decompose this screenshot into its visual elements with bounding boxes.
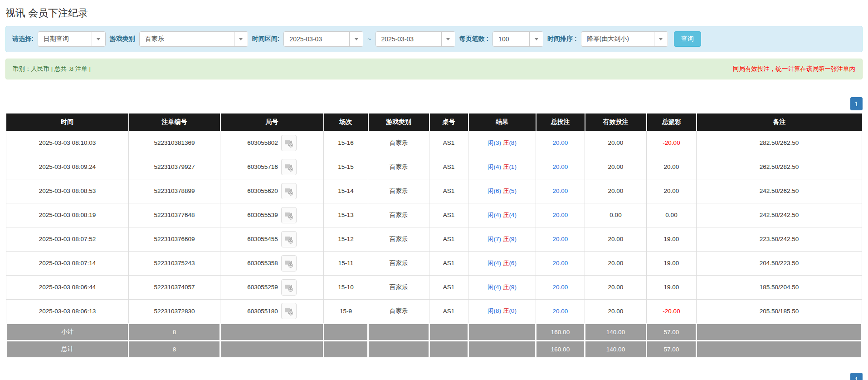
- total-row: 总计8160.00140.0057.00: [6, 341, 862, 358]
- subtotal-row-game-type-cell: [368, 323, 429, 341]
- table-row: 2025-03-03 08:10:03522310381369603055802…: [6, 131, 862, 155]
- game-type-select[interactable]: 百家乐: [139, 31, 248, 47]
- total-row-total-bet-cell: 160.00: [536, 341, 585, 358]
- video-replay-button[interactable]: [281, 135, 297, 151]
- query-type-select[interactable]: 日期查询: [38, 31, 106, 47]
- pagination-top: 1: [5, 97, 863, 110]
- round-number: 603055802: [247, 139, 278, 146]
- round-cell: 603055802: [220, 131, 324, 155]
- table-row: 2025-03-03 08:06:44522310374057603055259…: [6, 275, 862, 299]
- chevron-down-icon[interactable]: [654, 32, 668, 46]
- total-bet-link[interactable]: 20.00: [553, 308, 568, 315]
- round-number: 603055180: [247, 308, 278, 315]
- valid-bet-notice-text: 同局有效投注，统一计算在该局第一张注单内: [733, 65, 855, 73]
- game-type-cell: 百家乐: [368, 299, 429, 323]
- date-range-tilde: ~: [367, 35, 371, 43]
- table-row: 2025-03-03 08:06:13522310372830603055180…: [6, 299, 862, 323]
- total-row-game-type-cell: [368, 341, 429, 358]
- valid-bet-cell: 20.00: [585, 251, 647, 275]
- page-1-button-bottom[interactable]: 1: [850, 373, 863, 380]
- pagination-bottom: 1: [850, 373, 863, 380]
- video-replay-button[interactable]: [281, 255, 297, 271]
- note-cell: 242.50/242.50: [697, 203, 862, 227]
- table-number-cell: AS1: [429, 155, 468, 179]
- total-bet-link[interactable]: 20.00: [553, 139, 568, 146]
- bet-id-cell: 522310377648: [129, 203, 220, 227]
- valid-bet-cell: 20.00: [585, 155, 647, 179]
- subtotal-row-table-number-cell: [429, 323, 468, 341]
- payout-cell: 19.00: [647, 275, 697, 299]
- page-1-button[interactable]: 1: [850, 97, 863, 110]
- game-type-label: 游戏类别: [110, 35, 135, 43]
- total-bet-link[interactable]: 20.00: [553, 236, 568, 242]
- per-page-value: 100: [493, 32, 529, 46]
- round-number: 603055620: [247, 188, 278, 194]
- result-banker: 庄: [503, 212, 509, 218]
- total-bet-link[interactable]: 20.00: [553, 188, 568, 194]
- currency-summary-text: 币别：人民币 | 总共 :8 注单 |: [13, 65, 91, 73]
- payout-cell: 19.00: [647, 251, 697, 275]
- date-from-input[interactable]: 2025-03-03: [283, 31, 363, 47]
- video-replay-button[interactable]: [281, 159, 297, 175]
- chevron-down-icon[interactable]: [529, 32, 543, 46]
- per-page-select[interactable]: 100: [493, 31, 543, 47]
- result-player: 闲(7): [488, 236, 501, 242]
- page-title: 视讯 会员下注纪录: [5, 6, 863, 20]
- date-from-value: 2025-03-03: [284, 32, 349, 46]
- valid-bet-cell: 20.00: [585, 131, 647, 155]
- total-bet-link[interactable]: 20.00: [553, 284, 568, 291]
- session-cell: 15-10: [324, 275, 368, 299]
- result-banker: 庄: [503, 284, 509, 291]
- total-bet-link[interactable]: 20.00: [553, 260, 568, 266]
- video-replay-button[interactable]: [281, 279, 297, 296]
- query-type-value: 日期查询: [38, 32, 92, 46]
- video-replay-icon: [284, 234, 294, 244]
- column-header-9: 总派彩: [647, 114, 697, 131]
- session-cell: 15-16: [324, 131, 368, 155]
- total-row-count-cell: 8: [129, 341, 220, 358]
- session-cell: 15-9: [324, 299, 368, 323]
- bet-id-cell: 522310379927: [129, 155, 220, 179]
- subtotal-row-total-bet-cell: 160.00: [536, 323, 585, 341]
- video-replay-button[interactable]: [281, 183, 297, 199]
- result-banker-score: (5): [509, 188, 517, 194]
- subtotal-row-valid-bet-cell: 140.00: [585, 323, 647, 341]
- result-player: 闲(4): [488, 284, 501, 291]
- result-player: 闲(4): [488, 260, 501, 266]
- game-type-cell: 百家乐: [368, 251, 429, 275]
- video-replay-button[interactable]: [281, 303, 297, 319]
- page: 视讯 会员下注纪录 请选择: 日期查询 游戏类别 百家乐 时间区间: 2025-…: [0, 6, 868, 359]
- time-cell: 2025-03-03 08:07:14: [6, 251, 129, 275]
- result-banker: 庄: [503, 139, 509, 146]
- sort-order-select[interactable]: 降幂(由大到小): [581, 31, 668, 47]
- round-cell: 603055455: [220, 227, 324, 251]
- video-replay-icon: [284, 210, 294, 220]
- chevron-down-icon[interactable]: [441, 32, 455, 46]
- column-header-6: 结果: [468, 114, 536, 131]
- total-row-note-cell: [697, 341, 862, 358]
- subtotal-row-round-cell: [220, 323, 324, 341]
- valid-bet-cell: 20.00: [585, 179, 647, 203]
- column-header-5: 桌号: [429, 114, 468, 131]
- date-to-input[interactable]: 2025-03-03: [375, 31, 455, 47]
- total-bet-link[interactable]: 20.00: [553, 163, 568, 170]
- result-cell: 闲(3) 庄(8): [468, 131, 536, 155]
- video-replay-button[interactable]: [281, 207, 297, 223]
- video-replay-icon: [284, 306, 294, 316]
- chevron-down-icon[interactable]: [92, 32, 105, 46]
- result-banker: 庄: [503, 188, 509, 194]
- payout-cell: -20.00: [647, 131, 697, 155]
- betting-records-table: 时间注单编号局号场次游戏类别桌号结果总投注有效投注总派彩备注 2025-03-0…: [5, 114, 863, 359]
- video-replay-button[interactable]: [281, 231, 297, 247]
- chevron-down-icon[interactable]: [234, 32, 248, 46]
- subtotal-row-note-cell: [697, 323, 862, 341]
- table-row: 2025-03-03 08:07:14522310375243603055358…: [6, 251, 862, 275]
- total-bet-link[interactable]: 20.00: [553, 212, 568, 218]
- time-cell: 2025-03-03 08:10:03: [6, 131, 129, 155]
- column-header-4: 游戏类别: [368, 114, 429, 131]
- chevron-down-icon[interactable]: [349, 32, 363, 46]
- table-body: 2025-03-03 08:10:03522310381369603055802…: [6, 131, 862, 323]
- column-header-3: 场次: [324, 114, 368, 131]
- search-button[interactable]: 查询: [674, 31, 701, 47]
- round-number: 603055539: [247, 212, 278, 218]
